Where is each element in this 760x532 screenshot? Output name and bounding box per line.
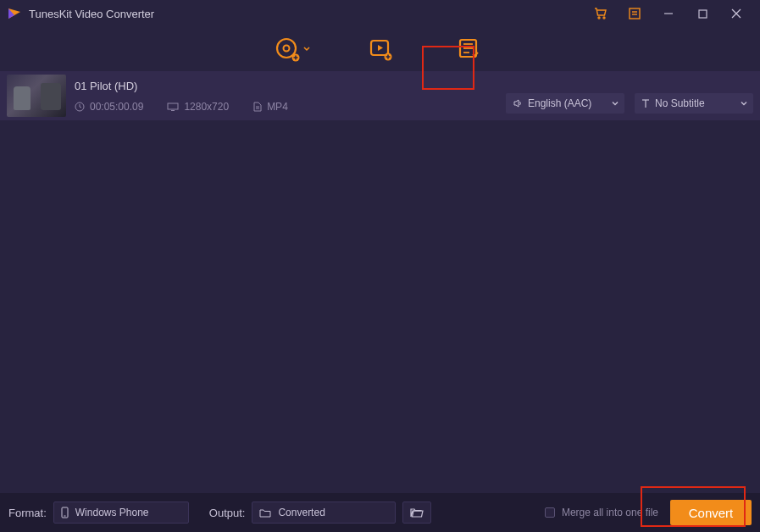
minimize-button[interactable]	[652, 0, 685, 27]
maximize-button[interactable]	[685, 0, 719, 27]
output-label: Output:	[209, 507, 246, 519]
video-add-icon	[369, 37, 392, 61]
svg-point-9	[277, 39, 296, 58]
subtitle-select[interactable]: No Subtitle	[635, 93, 753, 114]
toolbar	[0, 27, 760, 71]
add-disc-button[interactable]	[269, 30, 316, 68]
open-folder-icon	[410, 507, 424, 518]
duration-value: 00:05:00.09	[90, 101, 143, 113]
svg-point-10	[283, 46, 289, 52]
merge-label: Merge all into one file	[562, 507, 658, 518]
svg-rect-6	[699, 10, 707, 18]
phone-icon	[61, 507, 69, 518]
output-path-field[interactable]: Converted	[252, 502, 396, 524]
main-area: 01 Pilot (HD) 00:05:00.09 1280x720 MP	[0, 71, 760, 493]
duration-field: 00:05:00.09	[75, 101, 143, 113]
video-thumbnail[interactable]	[7, 75, 66, 117]
format-select[interactable]: Windows Phone	[53, 502, 189, 524]
convert-button[interactable]: Convert	[670, 500, 752, 525]
subtitle-label: No Subtitle	[655, 97, 705, 109]
chevron-down-icon	[611, 99, 619, 108]
merge-checkbox[interactable]: Merge all into one file	[545, 507, 658, 518]
file-title: 01 Pilot (HD)	[75, 80, 506, 92]
titlebar: TunesKit Video Converter	[0, 0, 760, 27]
convert-label: Convert	[689, 506, 734, 520]
resolution-field: 1280x720	[167, 101, 229, 113]
app-title: TunesKit Video Converter	[29, 8, 154, 20]
audio-track-select[interactable]: English (AAC)	[506, 93, 624, 114]
output-value: Converted	[278, 507, 325, 518]
browse-output-button[interactable]	[402, 502, 431, 524]
format-label: Format:	[8, 507, 47, 519]
display-icon	[167, 103, 179, 111]
resolution-value: 1280x720	[184, 101, 229, 113]
preset-list-button[interactable]	[445, 30, 492, 68]
clock-icon	[75, 102, 85, 112]
folder-icon	[259, 508, 271, 518]
disc-icon	[275, 36, 300, 62]
container-field: MP4	[252, 101, 288, 113]
cart-button[interactable]	[584, 0, 618, 27]
menu-button[interactable]	[618, 0, 652, 27]
file-icon	[252, 102, 262, 112]
close-button[interactable]	[719, 0, 753, 27]
bottom-bar: Format: Windows Phone Output: Converted …	[0, 493, 760, 532]
text-icon	[641, 98, 650, 108]
svg-point-1	[603, 17, 605, 19]
app-logo-icon	[7, 6, 22, 21]
list-check-icon	[457, 37, 480, 61]
audio-track-label: English (AAC)	[528, 97, 591, 109]
svg-rect-2	[630, 8, 640, 19]
file-list: 01 Pilot (HD) 00:05:00.09 1280x720 MP	[0, 71, 760, 120]
format-value: Windows Phone	[75, 507, 149, 518]
container-value: MP4	[267, 101, 288, 113]
add-video-button[interactable]	[357, 30, 404, 68]
file-row[interactable]: 01 Pilot (HD) 00:05:00.09 1280x720 MP	[0, 71, 760, 120]
chevron-down-icon	[303, 46, 310, 53]
speaker-icon	[513, 98, 523, 108]
svg-rect-23	[168, 103, 178, 109]
svg-point-0	[598, 17, 600, 19]
chevron-down-icon	[740, 99, 748, 108]
empty-area	[0, 120, 760, 493]
checkbox-box	[545, 507, 555, 518]
